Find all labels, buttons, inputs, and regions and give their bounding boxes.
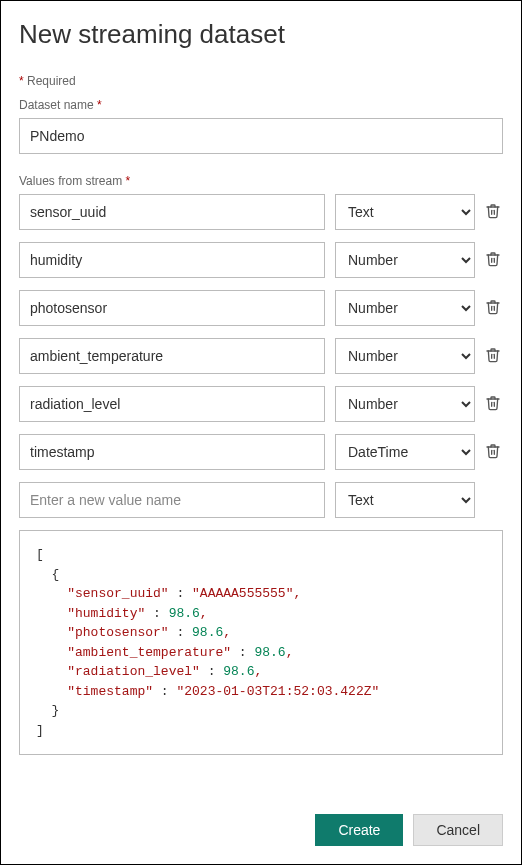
stream-row: TextNumberDateTime (19, 386, 503, 422)
delete-icon[interactable] (485, 299, 503, 317)
value-type-select[interactable]: TextNumberDateTime (335, 386, 475, 422)
stream-row: TextNumberDateTime (19, 434, 503, 470)
value-type-select[interactable]: TextNumberDateTime (335, 290, 475, 326)
value-name-input[interactable] (19, 290, 325, 326)
value-type-select[interactable]: TextNumberDateTime (335, 434, 475, 470)
delete-icon[interactable] (485, 395, 503, 413)
delete-icon[interactable] (485, 347, 503, 365)
cancel-button[interactable]: Cancel (413, 814, 503, 846)
values-from-stream-label: Values from stream * (19, 174, 503, 188)
dataset-name-label: Dataset name * (19, 98, 503, 112)
new-value-type-select[interactable]: TextNumberDateTime (335, 482, 475, 518)
value-name-input[interactable] (19, 338, 325, 374)
value-type-select[interactable]: TextNumberDateTime (335, 194, 475, 230)
value-name-input[interactable] (19, 386, 325, 422)
new-value-name-input[interactable] (19, 482, 325, 518)
create-button[interactable]: Create (315, 814, 403, 846)
value-type-select[interactable]: TextNumberDateTime (335, 242, 475, 278)
delete-icon[interactable] (485, 443, 503, 461)
delete-icon[interactable] (485, 251, 503, 269)
stream-row: TextNumberDateTime (19, 194, 503, 230)
stream-rows: TextNumberDateTimeTextNumberDateTimeText… (19, 194, 503, 518)
footer: Create Cancel (315, 814, 503, 846)
stream-row: TextNumberDateTime (19, 338, 503, 374)
dataset-name-input[interactable] (19, 118, 503, 154)
stream-row-new: TextNumberDateTime (19, 482, 503, 518)
required-note: * Required (19, 74, 503, 88)
value-name-input[interactable] (19, 434, 325, 470)
value-name-input[interactable] (19, 242, 325, 278)
value-name-input[interactable] (19, 194, 325, 230)
value-type-select[interactable]: TextNumberDateTime (335, 338, 475, 374)
page-title: New streaming dataset (19, 19, 503, 50)
stream-row: TextNumberDateTime (19, 290, 503, 326)
json-preview: [ { "sensor_uuid" : "AAAAA555555", "humi… (19, 530, 503, 755)
delete-icon[interactable] (485, 203, 503, 221)
stream-row: TextNumberDateTime (19, 242, 503, 278)
